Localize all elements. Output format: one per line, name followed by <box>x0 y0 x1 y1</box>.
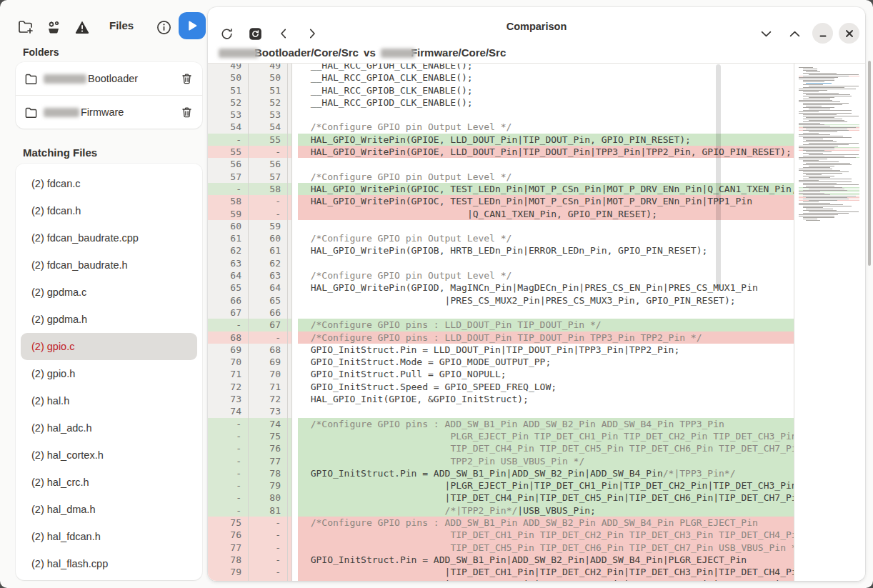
folder-item-firmware[interactable]: Firmware <box>16 95 202 129</box>
diff-row: 6362 <box>208 257 794 269</box>
line-number-right: 77 <box>249 455 288 467</box>
close-icon <box>845 29 854 38</box>
file-list-item[interactable]: (2) fdcan.h <box>21 197 197 224</box>
minimize-button[interactable] <box>812 23 833 44</box>
chevron-left-icon <box>277 27 290 40</box>
line-number-right: 78 <box>249 467 288 479</box>
line-number-left: 49 <box>208 64 249 71</box>
diff-row: 5656 <box>208 158 794 170</box>
gutter-gap <box>292 504 298 517</box>
diff-row: 5454/*Configure GPIO pin Output Level */ <box>208 121 794 133</box>
folder-name: Firmware <box>81 106 124 118</box>
diff-row: 55-HAL_GPIO_WritePin(GPIOE, LLD_DOUT_Pin… <box>208 146 794 158</box>
file-list-item[interactable]: (2) hal_cortex.h <box>21 442 197 469</box>
line-number-left: 51 <box>208 84 249 96</box>
minimap[interactable] <box>794 64 865 581</box>
line-number-left: 77 <box>208 542 249 554</box>
warning-icon <box>74 19 91 36</box>
refresh-button[interactable] <box>217 24 236 43</box>
file-list-item[interactable]: (2) fdcan_baudrate.cpp <box>21 224 197 251</box>
window-scrollbar[interactable] <box>868 61 871 266</box>
code-line: PLGR_EJECT_Pin TIP_DET_CH1_Pin TIP_DET_C… <box>298 430 794 442</box>
code-line: |TIP_DET_CH4_Pin|TIP_DET_CH5_Pin|TIP_DET… <box>298 492 794 504</box>
file-list-item[interactable]: (2) gpdma.h <box>21 306 197 333</box>
gutter-gap <box>292 368 298 380</box>
file-list-item[interactable]: (2) hal_adc.h <box>21 414 197 442</box>
file-list-item[interactable]: (2) hal_crc.h <box>21 469 197 496</box>
line-number-left: 73 <box>208 393 249 405</box>
redacted-path-blur <box>381 49 415 58</box>
gutter-gap <box>292 232 298 244</box>
line-number-right: 53 <box>249 109 288 121</box>
minimize-icon <box>819 29 827 38</box>
file-list-item[interactable]: (2) fdcan.c <box>21 170 197 197</box>
line-number-right: 62 <box>249 257 288 269</box>
gutter-gap <box>292 208 298 220</box>
folder-item-bootloader[interactable]: Bootloader <box>16 62 202 95</box>
line-number-right: 56 <box>249 158 288 170</box>
line-number-left: 50 <box>208 71 249 84</box>
diff-row: 7069GPIO_InitStruct.Mode = GPIO_MODE_OUT… <box>208 356 794 368</box>
file-list-item[interactable]: (2) hal_dma.h <box>21 496 197 523</box>
gutter-gap <box>292 430 298 442</box>
line-number-right: - <box>249 208 288 220</box>
code-vertical-scrollbar[interactable] <box>716 64 721 289</box>
diff-row: 68-/*Configure GPIO pins : LLD_DOUT_Pin … <box>208 332 794 344</box>
line-number-left: 59 <box>208 208 249 220</box>
redacted-path-blur <box>44 74 86 84</box>
gutter-gap <box>292 554 298 566</box>
trash-icon[interactable] <box>180 105 194 119</box>
services-button[interactable] <box>44 18 63 36</box>
gutter-gap <box>292 517 298 529</box>
diff-row: 5252__HAL_RCC_GPIOD_CLK_ENABLE(); <box>208 96 794 109</box>
line-number-right: - <box>249 566 288 578</box>
run-comparison-button[interactable] <box>179 12 206 39</box>
code-line: /*Configure GPIO pins : ADD_SW_B1_Pin AD… <box>298 517 794 529</box>
line-number-right: 81 <box>249 504 288 517</box>
code-line: TIP_DET_CH5_Pin TIP_DET_CH6_Pin TIP_DET_… <box>298 542 794 554</box>
reload-all-button[interactable] <box>246 24 264 43</box>
code-line: /*|TPP2_Pin*/|USB_VBUS_Pin; <box>298 504 794 517</box>
file-list-item[interactable]: (2) gpio.c <box>21 333 197 360</box>
previous-difference-button[interactable] <box>785 24 804 43</box>
file-list-item[interactable]: (2) gpio.h <box>21 360 197 387</box>
line-number-right: - <box>249 195 288 207</box>
file-list-item[interactable]: (2) hal.h <box>21 387 197 414</box>
add-folder-button[interactable] <box>16 18 35 36</box>
file-list-item[interactable]: (2) hal_flash.cpp <box>21 550 197 577</box>
warnings-button[interactable] <box>73 18 91 36</box>
file-list-item[interactable]: (2) fdcan_baudrate.h <box>21 251 197 279</box>
line-number-right: 54 <box>249 121 288 133</box>
info-button[interactable] <box>154 18 173 36</box>
diff-row: 58-HAL_GPIO_WritePin(GPIOC, TEST_LEDn_Pi… <box>208 195 794 207</box>
line-number-left: 68 <box>208 332 249 344</box>
line-number-left: 69 <box>208 344 249 356</box>
previous-file-button[interactable] <box>274 24 293 43</box>
close-button[interactable] <box>839 23 859 44</box>
diff-row: -76TIP_DET_CH4_Pin TIP_DET_CH5_Pin TIP_D… <box>208 442 794 454</box>
line-number-right: 71 <box>249 381 288 393</box>
line-number-right: 67 <box>249 319 288 331</box>
code-line: |PLGR_EJECT_Pin|TIP_DET_CH1_Pin|TIP_DET_… <box>298 479 794 492</box>
code-line: TIP_DET_CH4_Pin TIP_DET_CH5_Pin TIP_DET_… <box>298 442 794 454</box>
diff-row: 76-TIP_DET_CH1_Pin TIP_DET_CH2_Pin TIP_D… <box>208 529 794 541</box>
line-number-left: - <box>208 319 249 331</box>
file-list-item[interactable]: (2) gpdma.c <box>21 279 197 306</box>
line-number-right: 51 <box>249 84 288 96</box>
file-list-item[interactable]: (2) hal_fdcan.h <box>21 523 197 550</box>
line-number-left: - <box>208 492 249 504</box>
line-number-left: - <box>208 479 249 492</box>
next-file-button[interactable] <box>303 24 321 43</box>
line-number-left: 62 <box>208 244 249 256</box>
line-number-left: - <box>208 455 249 467</box>
refresh-icon <box>220 27 234 41</box>
diff-row: 6261HAL_GPIO_WritePin(GPIOB, HRTB_LEDn_P… <box>208 244 794 256</box>
trash-icon[interactable] <box>180 71 194 86</box>
gutter-gap <box>292 244 298 256</box>
line-number-left: 75 <box>208 517 249 529</box>
gutter-gap <box>292 418 298 430</box>
next-difference-button[interactable] <box>757 24 775 43</box>
line-number-right: 57 <box>249 171 288 183</box>
line-number-right: 60 <box>249 232 288 244</box>
play-icon <box>186 19 199 32</box>
